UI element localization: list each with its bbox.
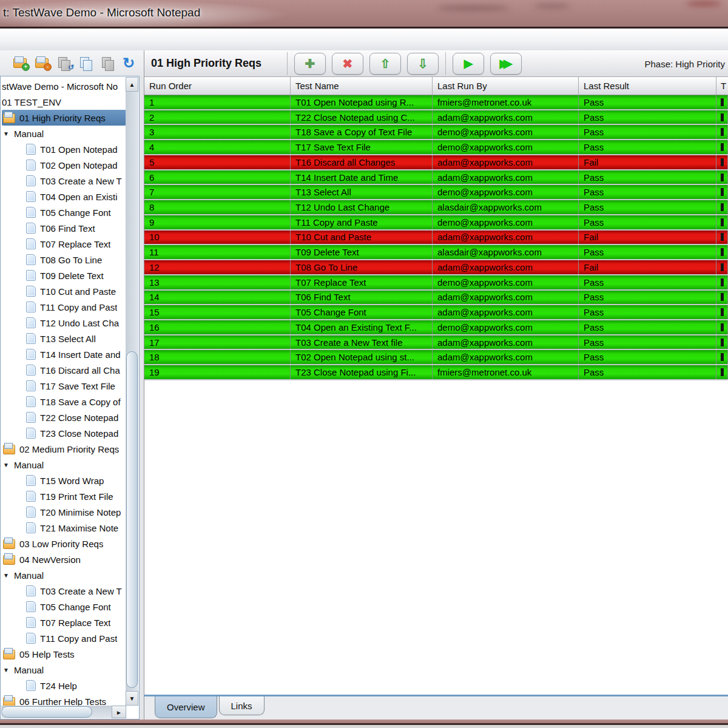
tree-item[interactable]: T24 Help [2, 678, 127, 693]
tree-item[interactable]: T08 Go To Line [2, 252, 127, 268]
export-icon[interactable]: ↺ [57, 56, 72, 70]
tree-item[interactable]: T05 Change Font [2, 204, 127, 220]
tree-item[interactable]: T03 Create a New T [2, 173, 127, 189]
tree-item[interactable]: T12 Undo Last Cha [2, 315, 127, 331]
run-button[interactable]: ▶ [453, 53, 484, 75]
cell-test-name: T03 Create a New Text file [291, 335, 433, 349]
tree-item[interactable]: T04 Open an Existi [2, 189, 127, 204]
table-row[interactable]: 1T01 Open Notepad using R...fmiers@metro… [144, 95, 728, 110]
cell-last-run-by: adam@xappworks.com [433, 350, 579, 364]
tree-item[interactable]: 02 Medium Priority Reqs [2, 441, 127, 457]
table-row[interactable]: 12T08 Go To Lineadam@xappworks.comFail [144, 260, 728, 275]
add-folder-icon[interactable] [13, 56, 28, 70]
tree-item[interactable]: T14 Insert Date and [2, 346, 127, 362]
tab-links[interactable]: Links [219, 696, 265, 715]
tree-item-label: Manual [14, 460, 44, 470]
tree-item[interactable]: T09 Delete Text [2, 268, 127, 283]
tree-item[interactable]: ▼Manual [2, 662, 127, 678]
tree-item[interactable]: 05 Help Tests [2, 646, 127, 662]
tree-item[interactable]: T07 Replace Text [2, 615, 127, 630]
tree-item[interactable]: stWave Demo - Microsoft No [2, 78, 127, 94]
table-row[interactable]: 6T14 Insert Date and Timeadam@xappworks.… [144, 170, 728, 186]
tree-item[interactable]: T07 Replace Text [2, 236, 127, 252]
phase-label: Phase: High Priority [644, 50, 725, 77]
tree-item[interactable]: T11 Copy and Past [2, 630, 127, 646]
column-header-last-run-by[interactable]: Last Run By [433, 77, 579, 95]
table-row[interactable]: 8T12 Undo Last Changealasdair@xappworks.… [144, 200, 728, 215]
table-row[interactable]: 16T04 Open an Existing Text F...demo@xap… [144, 320, 728, 335]
tree-item[interactable]: ▼Manual [2, 457, 127, 473]
vertical-scroll-thumb[interactable] [126, 351, 138, 688]
tree-item[interactable]: T18 Save a Copy of [2, 394, 127, 410]
tree-item[interactable]: T03 Create a New T [2, 583, 127, 599]
tree-item[interactable]: T22 Close Notepad [2, 410, 127, 425]
tree-item-label: T01 Open Notepad [40, 144, 118, 155]
down-arrow-icon: ⇩ [418, 58, 428, 70]
add-test-button[interactable]: ✚ [294, 53, 326, 75]
tree-item[interactable]: T16 Discard all Cha [2, 362, 127, 378]
tree-item[interactable]: T17 Save Text File [2, 378, 127, 394]
move-up-button[interactable]: ⇧ [369, 53, 401, 75]
column-header-last-result[interactable]: Last Result [579, 77, 716, 95]
table-row[interactable]: 4T17 Save Text Filedemo@xappworks.comPas… [144, 140, 728, 155]
table-row[interactable]: 10T10 Cut and Pasteadam@xappworks.comFai… [144, 231, 728, 246]
tree-horizontal-scrollbar[interactable]: ► [1, 706, 126, 718]
table-row[interactable]: 2T22 Close Notepad using C...adam@xappwo… [144, 110, 728, 126]
tree-item[interactable]: 03 Low Priority Reqs [2, 536, 127, 551]
table-row[interactable]: 9T11 Copy and Pastedemo@xappworks.comPas… [144, 215, 728, 231]
copy-icon[interactable] [79, 56, 93, 70]
delete-test-button[interactable]: ✖ [332, 53, 363, 75]
refresh-icon[interactable]: ↻ [123, 56, 137, 70]
clipped-icon[interactable] [0, 56, 6, 70]
table-row[interactable]: 3T18 Save a Copy of Text Filedemo@xappwo… [144, 125, 728, 140]
table-row[interactable]: 18T02 Open Notepad using st...adam@xappw… [144, 350, 728, 365]
table-row[interactable]: 5T16 Discard all Changesadam@xappworks.c… [144, 155, 728, 170]
tree-item[interactable]: T23 Close Notepad [2, 425, 127, 441]
cell-last-run-by: demo@xappworks.com [433, 215, 579, 229]
collapse-triangle-icon[interactable]: ▼ [3, 462, 11, 468]
collapse-triangle-icon[interactable]: ▼ [3, 667, 11, 673]
table-row[interactable]: 19T23 Close Notepad using Fi...fmiers@me… [144, 365, 728, 380]
tree-item[interactable]: 04 NewVersion [2, 551, 127, 567]
tree-item[interactable]: T06 Find Text [2, 220, 127, 236]
table-row[interactable]: 17T03 Create a New Text fileadam@xappwor… [144, 335, 728, 351]
collapse-triangle-icon[interactable]: ▼ [3, 130, 11, 137]
tree-item[interactable]: 01 TEST_ENV [2, 94, 127, 110]
remove-folder-icon[interactable] [35, 56, 50, 70]
horizontal-scroll-thumb[interactable] [1, 706, 92, 718]
scroll-up-button[interactable]: ▲ [126, 77, 138, 92]
tree-item[interactable]: T05 Change Font [2, 599, 127, 615]
table-row[interactable]: 15T05 Change Fontadam@xappworks.comPass [144, 305, 728, 320]
cell-run-order: 18 [144, 350, 291, 364]
plus-icon: ✚ [305, 58, 315, 70]
tree-item[interactable]: T02 Open Notepad [2, 157, 127, 173]
table-row[interactable]: 7T13 Select Alldemo@xappworks.comPass [144, 185, 728, 200]
move-down-button[interactable]: ⇩ [407, 53, 439, 75]
scroll-down-button[interactable]: ▼ [126, 691, 138, 706]
run-all-button[interactable]: ▶▶ [490, 53, 522, 75]
cell-clipped [716, 335, 728, 349]
table-row[interactable]: 13T07 Replace Textdemo@xappworks.comPass [144, 275, 728, 291]
table-row[interactable]: 14T06 Find Textadam@xappworks.comPass [144, 291, 728, 306]
collapse-triangle-icon[interactable]: ▼ [3, 572, 11, 579]
tree-item[interactable]: T13 Select All [2, 331, 127, 346]
tree-item[interactable]: T11 Copy and Past [2, 299, 127, 315]
column-header-test-name[interactable]: Test Name [291, 77, 433, 95]
tab-overview[interactable]: Overview [155, 696, 217, 718]
tree-item[interactable]: T21 Maximise Note [2, 520, 127, 536]
tree-item[interactable]: T10 Cut and Paste [2, 283, 127, 299]
tree-item[interactable]: T01 Open Notepad [2, 141, 127, 157]
cell-last-result: Fail [579, 231, 716, 244]
tree-item[interactable]: T20 Minimise Notep [2, 504, 127, 520]
bottom-tabs: Overview Links [144, 696, 728, 720]
scroll-right-button[interactable]: ► [112, 706, 126, 718]
tree-item[interactable]: T19 Print Text File [2, 488, 127, 504]
tree-vertical-scrollbar[interactable]: ▲ ▼ [126, 77, 138, 706]
cell-test-name: T05 Change Font [291, 305, 433, 319]
table-row[interactable]: 11T09 Delete Textalasdair@xappworks.comP… [144, 245, 728, 260]
tree-item[interactable]: T15 Word Wrap [2, 473, 127, 488]
column-header-run-order[interactable]: Run Order [144, 77, 291, 95]
tree-item[interactable]: ▼Manual [2, 126, 127, 141]
tree-item[interactable]: ▼Manual [2, 567, 127, 583]
tree-item[interactable]: 01 High Priority Reqs [2, 110, 126, 126]
